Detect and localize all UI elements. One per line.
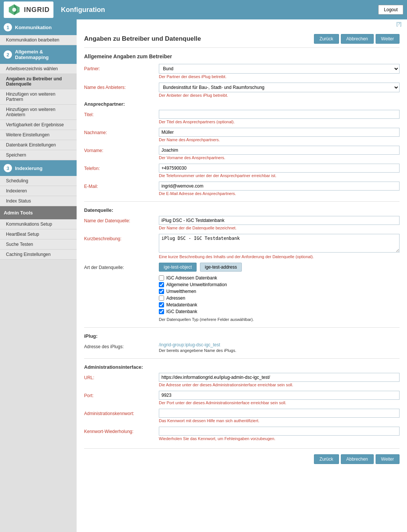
- page-header: Angaben zu Betreiber und Datenquelle Zur…: [84, 34, 400, 48]
- art-field: ige-test-object ige-test-address IGC Adr…: [159, 263, 400, 322]
- logo-text: INGRID: [24, 6, 50, 14]
- help-link[interactable]: [?]: [77, 19, 407, 28]
- checkbox-adressen[interactable]: [159, 296, 164, 301]
- checkbox-row-2: Allgemeine Umweltinformation: [159, 282, 400, 287]
- titel-input[interactable]: [159, 110, 400, 119]
- sidebar-item-kommunikations-setup[interactable]: Kommunikations Setup: [0, 219, 77, 229]
- kennwort-input[interactable]: [159, 409, 400, 418]
- checkbox-label-2: Allgemeine Umweltinformation: [166, 282, 227, 287]
- logout-button[interactable]: Logout: [378, 5, 403, 15]
- datenquelle-name-input[interactable]: [159, 216, 400, 225]
- vorname-input[interactable]: [159, 146, 400, 155]
- sidebar-section-number-2: 2: [4, 50, 12, 59]
- back-button-bottom[interactable]: Zurück: [314, 454, 339, 464]
- sidebar-item-indexieren[interactable]: Indexieren: [0, 186, 77, 196]
- anbieter-label: Name des Anbieters:: [84, 83, 159, 90]
- sidebar-section-number-3: 3: [4, 164, 12, 172]
- email-row: E-Mail: Die E-Mail Adresse des Ansprechp…: [84, 182, 400, 196]
- sidebar-item-datenbank-einstellungen[interactable]: Datenbank Einstellungen: [0, 140, 77, 150]
- sidebar-item-weitere-partner[interactable]: Hinzufügen von weiteren Partnern: [0, 89, 77, 105]
- sidebar-item-index-status[interactable]: Index Status: [0, 196, 77, 206]
- email-label: E-Mail:: [84, 182, 159, 189]
- sidebar-section-label-1: Kommunikation: [15, 25, 52, 30]
- kennwort-wdh-field: Wiederholen Sie das Kennwort, um Fehlein…: [159, 427, 400, 441]
- sidebar-item-speichern[interactable]: Speichern: [0, 150, 77, 160]
- divider-2: [84, 327, 400, 328]
- sidebar-section-header-3: 3 Indexierung: [0, 160, 77, 176]
- checkbox-row-6: IGC Datenbank: [159, 309, 400, 314]
- ingrid-logo-icon: [7, 3, 21, 16]
- cancel-button-top[interactable]: Abbrechen: [341, 34, 374, 44]
- anbieter-select[interactable]: Bundesinstitut für Bau-, Stadt- und Raum…: [159, 83, 400, 92]
- sidebar-item-verfuegbarkeit[interactable]: Verfügbarkeit der Ergebnisse: [0, 120, 77, 130]
- sidebar-item-weitere-anbieter[interactable]: Hinzufügen von weiteren Anbietern: [0, 105, 77, 120]
- kurzbeschreibung-row: Kurzbeschreibung: iPlug DSC - IGC Testda…: [84, 234, 400, 259]
- port-row: Port: Der Port unter der dieses Administ…: [84, 391, 400, 405]
- sidebar-section-admin-tools: Admin Tools Kommunikations Setup HeartBe…: [0, 206, 77, 260]
- sidebar-item-angaben-betreiber[interactable]: Angaben zu Betreiber und Datenquelle: [0, 74, 77, 89]
- datenquelle-title: Datenquelle:: [84, 207, 400, 213]
- email-input[interactable]: [159, 182, 400, 191]
- adresse-label: Adresse des iPlugs:: [84, 342, 159, 349]
- sidebar-item-arbeitsverzeichnis[interactable]: Arbeitsverzeichnis wählen: [0, 64, 77, 74]
- cancel-button-bottom[interactable]: Abbrechen: [341, 454, 374, 464]
- nachname-hint: Der Name des Ansprechpartners.: [159, 137, 400, 142]
- kennwort-wdh-input[interactable]: [159, 427, 400, 436]
- sidebar-section-label-2: Allgemein & Datenmapping: [15, 49, 73, 60]
- checkbox-label-6: IGC Datenbank: [166, 309, 197, 314]
- telefon-label: Telefon:: [84, 164, 159, 171]
- sidebar-section-header-1: 1 Kommunikation: [0, 19, 77, 35]
- checkbox-group: IGC Adressen Datenbank Allgemeine Umwelt…: [159, 275, 400, 314]
- tag-ige-object[interactable]: ige-test-object: [159, 263, 197, 272]
- adresse-hint: Der bereits angegebene Name des iPlugs.: [159, 348, 400, 353]
- kennwort-hint: Das Kennwort mit dessen Hilfe man sich a…: [159, 418, 400, 423]
- url-input[interactable]: [159, 373, 400, 382]
- email-field: Die E-Mail Adresse des Ansprechpartners.: [159, 182, 400, 196]
- checkbox-row-4: Adressen: [159, 296, 400, 301]
- email-hint: Die E-Mail Adresse des Ansprechpartners.: [159, 191, 400, 196]
- help-anchor[interactable]: [?]: [397, 21, 401, 27]
- checkbox-row-3: Umweltthemen: [159, 289, 400, 294]
- titel-label: Titel:: [84, 110, 159, 117]
- kennwort-wdh-label: Kennwort-Wiederholung:: [84, 427, 159, 434]
- checkbox-igc-adressen[interactable]: [159, 275, 164, 281]
- next-button-top[interactable]: Weiter: [376, 34, 400, 44]
- sidebar-section-header-4: Admin Tools: [0, 206, 77, 219]
- header: INGRID Konfiguration Logout: [0, 0, 407, 19]
- checkbox-igc-datenbank[interactable]: [159, 309, 164, 314]
- adresse-value: /ingrid-group:iplug-dsc-igc_test: [159, 342, 220, 347]
- sidebar-item-caching-einstellungen[interactable]: Caching Einstellungen: [0, 250, 77, 260]
- art-label: Art der Datenquelle:: [84, 263, 159, 270]
- partner-row: Partner: Bund Der Partner der dieses iPl…: [84, 64, 400, 79]
- partner-select[interactable]: Bund: [159, 64, 400, 74]
- telefon-field: Die Telefonnummer unter der der Ansprech…: [159, 164, 400, 178]
- titel-hint: Der Titel des Ansprechpartners (optional…: [159, 120, 400, 124]
- kennwort-field: Das Kennwort mit dessen Hilfe man sich a…: [159, 409, 400, 423]
- back-button-top[interactable]: Zurück: [314, 34, 339, 44]
- port-input[interactable]: [159, 391, 400, 400]
- checkbox-label-4: Adressen: [166, 296, 185, 301]
- telefon-hint: Die Telefonnummer unter der der Ansprech…: [159, 173, 400, 178]
- page-title: Angaben zu Betreiber und Datenquelle: [84, 35, 201, 43]
- checkbox-allgemeine-umwelt[interactable]: [159, 282, 164, 287]
- sidebar-item-heartbeat-setup[interactable]: HeartBeat Setup: [0, 229, 77, 239]
- checkbox-umweltthemen[interactable]: [159, 289, 164, 294]
- sidebar-item-scheduling[interactable]: Scheduling: [0, 176, 77, 186]
- kurzbeschreibung-textarea[interactable]: iPlug DSC - IGC Testdatenbank: [159, 234, 400, 253]
- datenquelle-name-label: Name der Datenquelle:: [84, 216, 159, 223]
- adresse-row: Adresse des iPlugs: /ingrid-group:iplug-…: [84, 342, 400, 353]
- telefon-input[interactable]: [159, 164, 400, 173]
- next-button-bottom[interactable]: Weiter: [376, 454, 400, 464]
- vorname-field: Der Vorname des Ansprechpartners.: [159, 146, 400, 160]
- checkbox-label-1: IGC Adressen Datenbank: [166, 275, 217, 281]
- sidebar-section-allgemein: 2 Allgemein & Datenmapping Arbeitsverzei…: [0, 45, 77, 160]
- tag-ige-address[interactable]: ige-test-address: [200, 263, 242, 272]
- url-label: URL:: [84, 373, 159, 380]
- sidebar-section-indexierung: 3 Indexierung Scheduling Indexieren Inde…: [0, 160, 77, 206]
- sidebar-item-suche-testen[interactable]: Suche Testen: [0, 239, 77, 250]
- checkbox-metadatenbank[interactable]: [159, 302, 164, 307]
- nachname-input[interactable]: [159, 128, 400, 137]
- logo: INGRID: [4, 1, 53, 18]
- sidebar-item-kommunikation-bearbeiten[interactable]: Kommunikation bearbeiten: [0, 35, 77, 45]
- sidebar-item-weitere-einstellungen[interactable]: Weitere Einstellungen: [0, 130, 77, 140]
